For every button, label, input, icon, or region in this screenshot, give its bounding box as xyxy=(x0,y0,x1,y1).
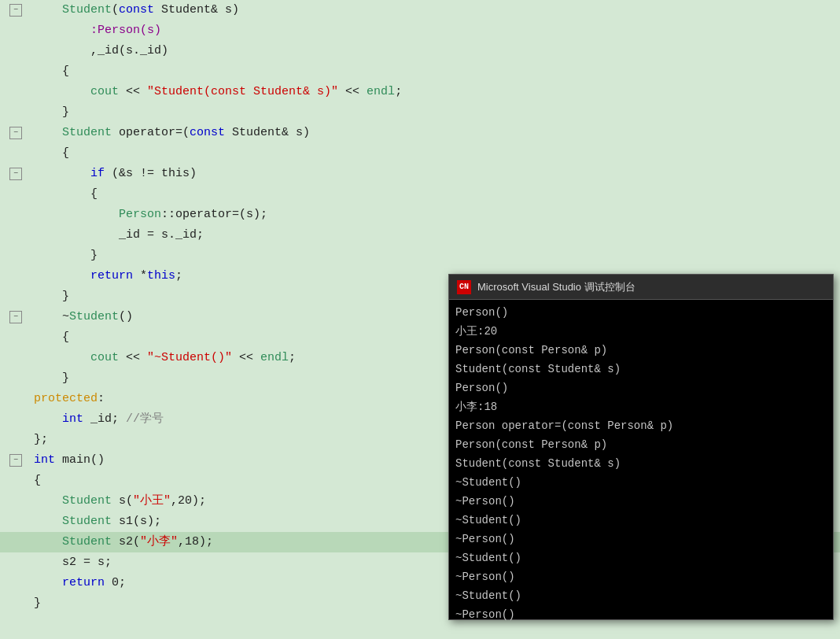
console-icon-label: CN xyxy=(459,283,469,291)
line-content: { xyxy=(28,184,840,205)
token: Student& s) xyxy=(225,126,310,139)
token: ; xyxy=(395,85,402,98)
token: operator=( xyxy=(112,126,190,139)
token: Student xyxy=(62,494,112,508)
line-content: Student operator=(const Student& s) xyxy=(28,123,840,143)
console-line: ~Person() xyxy=(455,567,827,586)
token: Student& s) xyxy=(154,3,239,17)
line-content: _id = s._id; xyxy=(28,225,840,246)
line-content: if (&s != this) xyxy=(28,164,840,184)
token: this xyxy=(147,269,175,283)
console-titlebar: CN Microsoft Visual Studio 调试控制台 xyxy=(449,275,833,300)
token: "小李" xyxy=(140,535,178,549)
code-line: ,_id(s._id) xyxy=(0,41,840,61)
code-line: } xyxy=(0,102,840,123)
token: << xyxy=(119,85,147,98)
token: int xyxy=(34,453,55,467)
token: (&s != this) xyxy=(105,167,197,180)
token: ( xyxy=(112,3,119,17)
line-content: } xyxy=(28,102,840,123)
code-line: − Student(const Student& s) xyxy=(0,0,840,20)
token: { xyxy=(62,146,69,160)
token: const xyxy=(119,3,154,17)
line-content: cout << "Student(const Student& s)" << e… xyxy=(28,82,840,102)
token: endl xyxy=(367,85,395,98)
collapse-button[interactable]: − xyxy=(9,4,22,17)
token: } xyxy=(34,597,41,610)
token: endl xyxy=(260,351,289,364)
console-line: ~Student() xyxy=(455,511,827,530)
token: s2( xyxy=(112,535,140,549)
console-line: ~Student() xyxy=(455,586,827,605)
code-line: Person::operator=(s); xyxy=(0,205,840,225)
token: }; xyxy=(34,433,48,446)
code-line: :Person(s) xyxy=(0,20,840,41)
console-line: ~Person() xyxy=(455,492,827,511)
token: _id; xyxy=(83,412,126,426)
token: Student xyxy=(69,310,119,323)
code-line: − if (&s != this) xyxy=(0,164,840,184)
token: "Student(const Student& s)" xyxy=(147,85,338,98)
token: Student xyxy=(62,515,112,528)
token: s1(s); xyxy=(112,515,161,528)
console-line: ~Student() xyxy=(455,549,827,567)
token: () xyxy=(119,310,133,323)
console-line: Person(const Person& p) xyxy=(455,341,827,360)
code-line: − Student operator=(const Student& s) xyxy=(0,123,840,143)
token: ,_id(s._id) xyxy=(90,44,168,57)
console-line: Person() xyxy=(455,303,827,322)
token: 0; xyxy=(105,576,126,589)
token: s( xyxy=(112,494,133,508)
token: Student xyxy=(62,126,112,139)
token: if xyxy=(90,167,105,180)
console-line: Person() xyxy=(455,379,827,397)
line-content: :Person(s) xyxy=(28,20,840,41)
token: cout xyxy=(90,351,119,364)
token: Person xyxy=(119,208,161,221)
token: ,18); xyxy=(178,535,213,549)
token: const xyxy=(190,126,225,139)
token: cout xyxy=(90,85,119,98)
console-line: ~Person() xyxy=(455,605,827,624)
token: << xyxy=(338,85,367,98)
token: protected xyxy=(34,392,98,405)
token: { xyxy=(62,65,69,78)
token: "~Student()" xyxy=(147,351,232,364)
console-line: ~Student() xyxy=(455,473,827,492)
console-line: Person operator=(const Person& p) xyxy=(455,416,827,435)
token: ::operator=(s); xyxy=(161,208,267,221)
token: << xyxy=(119,351,147,364)
token: << xyxy=(232,351,260,364)
token: { xyxy=(34,474,41,487)
collapse-button[interactable]: − xyxy=(9,454,22,467)
token: ; xyxy=(289,351,296,364)
line-content: { xyxy=(28,61,840,82)
token: Student xyxy=(62,3,112,17)
line-content: { xyxy=(28,143,840,164)
token: ; xyxy=(175,269,182,283)
token: : xyxy=(98,392,105,405)
console-line: Student(const Student& s) xyxy=(455,454,827,473)
token: :Person(s) xyxy=(90,24,161,37)
console-window: CN Microsoft Visual Studio 调试控制台 Person(… xyxy=(448,274,834,620)
console-line: Person(const Person& p) xyxy=(455,435,827,454)
token: ~ xyxy=(62,310,69,323)
token: * xyxy=(133,269,147,283)
code-line: { xyxy=(0,143,840,164)
line-content: Person::operator=(s); xyxy=(28,205,840,225)
code-line: { xyxy=(0,61,840,82)
token: } xyxy=(90,249,98,262)
collapse-button[interactable]: − xyxy=(9,168,22,180)
token: "小王" xyxy=(133,494,171,508)
collapse-button[interactable]: − xyxy=(9,127,22,139)
token: int xyxy=(62,412,83,426)
collapse-button[interactable]: − xyxy=(9,311,22,323)
token: { xyxy=(90,187,98,201)
console-title: Microsoft Visual Studio 调试控制台 xyxy=(477,280,636,294)
token: } xyxy=(62,371,69,385)
line-content: } xyxy=(28,246,840,266)
console-line: Student(const Student& s) xyxy=(455,360,827,379)
code-line: _id = s._id; xyxy=(0,225,840,246)
token: } xyxy=(62,290,69,303)
line-content: ,_id(s._id) xyxy=(28,41,840,61)
